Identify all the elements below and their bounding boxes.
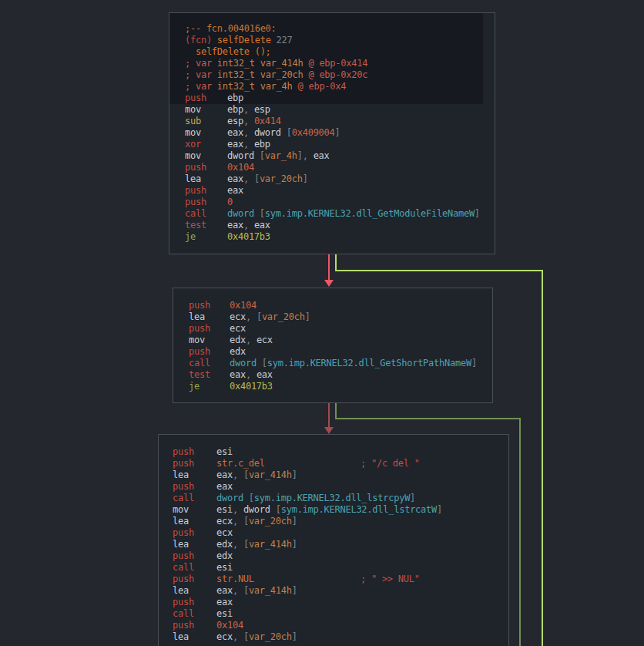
asm-mnemonic: call [173, 493, 216, 504]
asm-line[interactable]: ; var int32_t var_20ch @ ebp-0x20c [169, 69, 495, 81]
asm-token: var_414h [249, 585, 292, 596]
asm-token: ecx [216, 516, 233, 527]
asm-token: ] [335, 127, 340, 138]
asm-line[interactable]: pushedx [159, 550, 508, 562]
asm-line[interactable]: je0x4017b3 [169, 231, 495, 243]
asm-line[interactable]: calldword [sym.imp.KERNEL32.dll_GetShort… [173, 358, 492, 369]
asm-line[interactable]: pusheax [169, 185, 495, 197]
asm-mnemonic: push [189, 346, 230, 358]
asm-token: sym.imp.KERNEL32.dll_GetModuleFileNameW [265, 208, 475, 219]
asm-line[interactable]: movesi, dword [sym.imp.KERNEL32.dll_lstr… [159, 504, 508, 516]
asm-line[interactable]: subesp, 0x414 [169, 116, 495, 127]
asm-mnemonic: push [185, 197, 227, 208]
asm-token: edx [216, 539, 233, 550]
asm-token: ecx [230, 323, 246, 334]
asm-line[interactable]: leaeax, [var_414h] [159, 469, 508, 481]
asm-mnemonic: push [185, 162, 227, 173]
asm-token: 0 [227, 197, 233, 207]
asm-line[interactable]: calldword [sym.imp.KERNEL32.dll_lstrcpyW… [159, 493, 508, 504]
asm-token: dword [254, 127, 287, 138]
asm-line[interactable]: leaecx, [var_20ch] [159, 516, 508, 527]
asm-token: ] [471, 358, 477, 368]
asm-mnemonic: push [185, 185, 227, 197]
asm-token: eax [227, 139, 243, 150]
asm-line[interactable]: ;-- fcn.004016e0: [169, 23, 495, 35]
asm-token: edx [230, 335, 246, 345]
asm-mnemonic: mov [189, 335, 230, 346]
asm-token: 0x104 [216, 620, 243, 631]
disassembly-graph-canvas[interactable]: ;-- fcn.004016e0:(fcn) selfDelete 227 se… [0, 0, 644, 646]
basic-block-build-command[interactable]: pushesipushstr.c_del; "/c del "leaeax, [… [158, 434, 509, 646]
asm-comment: ; " >> NUL" [361, 574, 420, 585]
asm-token: , [246, 369, 257, 380]
asm-mnemonic: mov [185, 127, 227, 139]
asm-token: 0x104 [230, 300, 257, 311]
asm-line[interactable]: testeax, eax [173, 369, 492, 381]
asm-line[interactable]: calldword [sym.imp.KERNEL32.dll_GetModul… [169, 208, 495, 220]
asm-mnemonic: call [173, 562, 216, 574]
asm-mnemonic: push [173, 597, 216, 608]
asm-line[interactable]: push0x104 [159, 620, 508, 631]
asm-mnemonic: push [173, 481, 216, 493]
asm-line[interactable]: testeax, eax [169, 220, 495, 231]
asm-token: eax [227, 127, 243, 138]
asm-line[interactable]: pusheax [159, 481, 508, 493]
asm-mnemonic: push [189, 323, 230, 335]
asm-line[interactable]: push0x104 [173, 300, 492, 311]
asm-mnemonic: mov [185, 104, 227, 116]
asm-token: var_414h [249, 469, 292, 480]
asm-line[interactable]: pushecx [159, 527, 508, 539]
asm-line[interactable]: ; var int32_t var_4h @ ebp-0x4 [169, 81, 495, 93]
asm-line[interactable]: pushedx [173, 346, 492, 358]
asm-line[interactable]: pushstr.NUL; " >> NUL" [159, 574, 508, 585]
basic-block-getshortpathname[interactable]: push0x104leaecx, [var_20ch]pushecxmovedx… [173, 288, 493, 403]
asm-line[interactable]: movebp, esp [169, 104, 495, 116]
basic-block-entry-selfDelete[interactable]: ;-- fcn.004016e0:(fcn) selfDelete 227 se… [169, 12, 495, 254]
asm-comment: ; "/c del " [361, 458, 420, 469]
asm-token: sym.imp.KERNEL32.dll_lstrcpyW [254, 493, 410, 503]
asm-token: ] [303, 173, 308, 184]
asm-token: selfDelete (); [185, 46, 271, 57]
asm-line[interactable]: pushstr.c_del; "/c del " [159, 458, 508, 469]
asm-line[interactable]: leaeax, [var_414h] [159, 585, 508, 597]
asm-token: , [233, 469, 243, 480]
asm-mnemonic: lea [185, 173, 227, 185]
asm-line[interactable]: je0x4017b3 [173, 381, 492, 392]
asm-line[interactable]: movdword [var_4h], eax [169, 150, 495, 162]
asm-line[interactable]: moveax, dword [0x409004] [169, 127, 495, 139]
asm-line[interactable]: pushecx [173, 323, 492, 335]
asm-token: int32_t var_414h [217, 58, 304, 69]
asm-line[interactable]: xoreax, ebp [169, 139, 495, 150]
asm-token: ] [292, 539, 297, 550]
asm-line[interactable]: push0 [169, 197, 495, 208]
asm-token: [ [249, 493, 254, 503]
asm-line[interactable]: pushesi [159, 446, 508, 458]
asm-token: edx [216, 550, 233, 561]
asm-mnemonic: call [189, 358, 230, 369]
asm-line[interactable]: ; var int32_t var_414h @ ebp-0x414 [169, 58, 495, 69]
asm-mnemonic: sub [185, 116, 227, 127]
asm-line[interactable]: callesi [159, 608, 508, 620]
asm-line[interactable]: (fcn) selfDelete 227 [169, 35, 495, 46]
asm-line[interactable]: leaeax, [var_20ch] [169, 173, 495, 185]
asm-line[interactable]: leaecx, [var_20ch] [159, 631, 508, 643]
asm-token: ecx [257, 335, 273, 345]
asm-token: selfDelete [217, 35, 271, 45]
asm-token: var_20ch [262, 311, 305, 322]
asm-mnemonic: push [173, 527, 216, 539]
asm-line[interactable]: pusheax [159, 597, 508, 608]
asm-token: ] [410, 493, 415, 503]
asm-line[interactable]: callesi [159, 562, 508, 574]
asm-token: @ ebp-0x20c [303, 69, 367, 80]
asm-line[interactable]: selfDelete (); [169, 46, 495, 58]
asm-mnemonic: lea [173, 585, 216, 597]
asm-line[interactable]: leaedx, [var_414h] [159, 539, 508, 550]
asm-mnemonic: push [185, 93, 227, 104]
asm-line[interactable]: movedx, ecx [173, 335, 492, 346]
asm-token: ecx [230, 311, 246, 322]
asm-token: ] [305, 311, 310, 322]
asm-line[interactable]: leaecx, [var_20ch] [173, 311, 492, 323]
asm-token: esp [254, 104, 270, 115]
asm-line[interactable]: pushebp [169, 93, 495, 104]
asm-line[interactable]: push0x104 [169, 162, 495, 173]
